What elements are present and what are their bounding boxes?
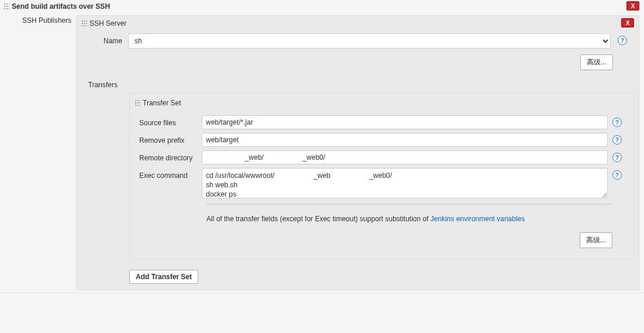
transfer-note: All of the transfer fields (except for E…: [130, 207, 633, 229]
section-title: Send build artifacts over SSH: [12, 2, 110, 11]
jenkins-env-vars-link[interactable]: Jenkins environment variables: [431, 215, 525, 223]
help-icon[interactable]: ?: [612, 170, 622, 180]
name-label: Name: [81, 33, 128, 45]
transfers-label: Transfers: [77, 77, 123, 89]
transfer-set-header: Transfer Set: [143, 99, 181, 107]
transfer-set-advanced-button[interactable]: 高级...: [580, 232, 612, 248]
drag-handle-icon[interactable]: [135, 99, 140, 107]
add-transfer-set-button[interactable]: Add Transfer Set: [129, 270, 198, 284]
remove-prefix-input[interactable]: [202, 133, 608, 147]
help-icon[interactable]: ?: [612, 118, 622, 127]
ssh-publisher-box: SSH Server X Name sh ? 高级...: [76, 15, 639, 290]
exec-command-label: Exec command: [135, 168, 202, 180]
resize-handle[interactable]: [206, 204, 612, 207]
close-publisher-button[interactable]: X: [621, 18, 634, 28]
drag-handle-icon[interactable]: [4, 3, 9, 10]
remove-prefix-label: Remove prefix: [135, 133, 202, 145]
ssh-server-header: SSH Server: [89, 19, 126, 28]
drag-handle-icon[interactable]: [81, 20, 87, 27]
remote-directory-label: Remote directory: [135, 150, 202, 162]
help-icon[interactable]: ?: [612, 135, 622, 145]
transfer-set-box: Transfer Set Source files ? Remove prefi…: [129, 92, 634, 259]
help-icon[interactable]: ?: [612, 153, 622, 162]
ssh-publishers-label: SSH Publishers: [0, 13, 76, 293]
source-files-input[interactable]: [202, 115, 608, 129]
remote-directory-input[interactable]: [202, 150, 608, 164]
exec-command-textarea[interactable]: cd /usr/local/wwwroot/ _web _web0/ sh we…: [202, 168, 608, 198]
ssh-server-name-select[interactable]: sh: [128, 33, 611, 49]
help-icon[interactable]: ?: [618, 36, 627, 45]
close-section-button[interactable]: X: [626, 1, 639, 11]
ssh-server-advanced-button[interactable]: 高级...: [580, 54, 613, 70]
source-files-label: Source files: [135, 115, 202, 127]
